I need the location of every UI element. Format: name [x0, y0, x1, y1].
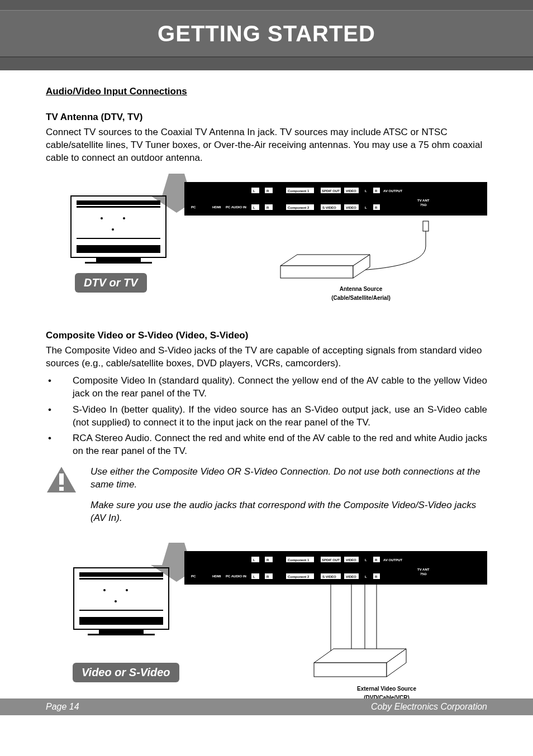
warning-icon — [46, 466, 77, 533]
svg-text:S-VIDEO: S-VIDEO — [322, 206, 336, 209]
svg-rect-41 — [59, 487, 64, 491]
diagram2-pill: Video or S-Video — [73, 663, 179, 682]
warning-p2: Make sure you use the audio jacks that c… — [91, 499, 487, 525]
tv-icon — [74, 568, 169, 635]
warning-block: Use either the Composite Video OR S-Vide… — [46, 466, 487, 533]
source-box-icon — [280, 255, 370, 278]
svg-text:Component 1: Component 1 — [288, 189, 310, 193]
footer-page: Page 14 — [46, 702, 79, 712]
svg-rect-8 — [96, 257, 141, 262]
diagram-tv-antenna: PC HDMI PC AUDIO IN L R Component 1 L R … — [46, 174, 487, 308]
svg-rect-48 — [79, 610, 163, 611]
composite-body: The Composite Video and S-Video jacks of… — [46, 344, 487, 370]
svg-rect-50 — [99, 629, 144, 634]
svg-text:VIDEO: VIDEO — [346, 558, 356, 562]
rear-panel — [184, 551, 487, 585]
svg-rect-43 — [79, 572, 163, 577]
svg-text:R: R — [375, 189, 378, 193]
svg-rect-44 — [79, 578, 163, 580]
svg-text:R: R — [375, 558, 378, 562]
svg-text:TV ANT: TV ANT — [417, 568, 430, 571]
svg-text:R: R — [266, 575, 269, 578]
port-hdmi: HDMI — [212, 205, 221, 209]
page-content: Audio/Video Input Connections TV Antenna… — [0, 70, 533, 710]
svg-text:L: L — [365, 206, 367, 209]
svg-rect-85 — [314, 663, 387, 677]
svg-rect-2 — [77, 206, 160, 208]
diagram-composite: PC HDMI PC AUDIO IN L R Component 1 L R … — [46, 543, 487, 710]
svg-rect-7 — [77, 245, 160, 253]
svg-text:L: L — [253, 558, 255, 562]
svg-text:R: R — [266, 558, 269, 562]
diagram1-caption1: Antenna Source — [340, 286, 383, 292]
footer: Page 14 Coby Electronics Corporation — [0, 698, 533, 715]
svg-text:L: L — [253, 206, 255, 209]
svg-text:Component 2: Component 2 — [288, 575, 310, 578]
svg-text:L: L — [365, 575, 367, 578]
svg-point-47 — [115, 600, 117, 602]
svg-point-4 — [123, 217, 125, 219]
svg-text:L: L — [253, 189, 255, 193]
rear-panel — [184, 182, 487, 216]
port-ohm: 75Ω — [420, 203, 427, 207]
port-pc: PC — [191, 205, 196, 209]
coax-plug-icon — [423, 221, 429, 231]
svg-rect-1 — [77, 200, 160, 205]
list-item: Composite Video In (standard quality). C… — [46, 375, 487, 400]
tv-icon — [71, 196, 166, 264]
header-inner: GETTING STARTED — [0, 10, 533, 58]
svg-text:S-VIDEO: S-VIDEO — [322, 575, 336, 578]
svg-point-3 — [101, 217, 103, 219]
tv-antenna-heading: TV Antenna (DTV, TV) — [46, 112, 487, 123]
svg-text:L: L — [253, 575, 255, 578]
svg-text:SPDIF OUT: SPDIF OUT — [322, 558, 340, 562]
svg-text:R: R — [375, 206, 378, 209]
source-box-icon — [314, 649, 406, 677]
svg-rect-6 — [77, 238, 160, 239]
svg-text:HDMI: HDMI — [212, 575, 221, 578]
port-avout: AV OUTPUT — [383, 189, 403, 193]
page-title: GETTING STARTED — [158, 21, 375, 46]
footer-company: Coby Electronics Corporation — [371, 702, 487, 712]
svg-point-45 — [103, 589, 106, 591]
port-pcaudio: PC AUDIO IN — [226, 205, 246, 209]
svg-text:VIDEO: VIDEO — [346, 189, 356, 193]
composite-heading: Composite Video or S-Video (Video, S-Vid… — [46, 330, 487, 341]
diagram2-pill-wrap: Video or S-Video — [73, 663, 179, 682]
svg-text:AV OUTPUT: AV OUTPUT — [383, 558, 403, 562]
svg-text:Component 1: Component 1 — [288, 558, 310, 562]
diagram1-caption2: (Cable/Satellite/Aerial) — [331, 295, 391, 301]
svg-rect-37 — [280, 266, 353, 278]
header-band: GETTING STARTED — [0, 0, 533, 70]
tv-antenna-body: Connect TV sources to the Coaxial TV Ant… — [46, 126, 487, 165]
svg-point-46 — [126, 589, 128, 591]
svg-text:Component 2: Component 2 — [288, 206, 310, 209]
svg-text:PC AUDIO IN: PC AUDIO IN — [226, 575, 246, 578]
svg-text:SPDIF OUT: SPDIF OUT — [322, 189, 340, 193]
svg-text:R: R — [266, 206, 269, 209]
svg-rect-40 — [59, 473, 64, 485]
list-item: RCA Stereo Audio. Connect the red and wh… — [46, 432, 487, 458]
section-heading: Audio/Video Input Connections — [46, 86, 487, 97]
svg-text:VIDEO: VIDEO — [346, 206, 356, 209]
svg-rect-49 — [79, 617, 163, 625]
diagram2-caption1: External Video Source — [357, 686, 416, 692]
svg-text:75Ω: 75Ω — [420, 572, 427, 576]
composite-bullets: Composite Video In (standard quality). C… — [46, 375, 487, 458]
svg-rect-51 — [88, 634, 155, 635]
warning-p1: Use either the Composite Video OR S-Vide… — [91, 466, 487, 491]
svg-text:R: R — [266, 189, 269, 193]
svg-text:R: R — [375, 575, 378, 578]
diagram1-pill: DTV or TV — [75, 273, 147, 293]
diagram1-pill-wrap: DTV or TV — [75, 273, 147, 293]
svg-text:L: L — [365, 558, 367, 562]
svg-text:PC: PC — [191, 575, 196, 578]
list-item: S-Video In (better quality). If the vide… — [46, 404, 487, 429]
port-tvant: TV ANT — [417, 199, 430, 202]
svg-text:L: L — [365, 189, 367, 193]
svg-point-5 — [112, 228, 114, 231]
warning-text: Use either the Composite Video OR S-Vide… — [91, 466, 487, 533]
svg-text:VIDEO: VIDEO — [346, 575, 356, 578]
svg-rect-9 — [85, 262, 152, 264]
